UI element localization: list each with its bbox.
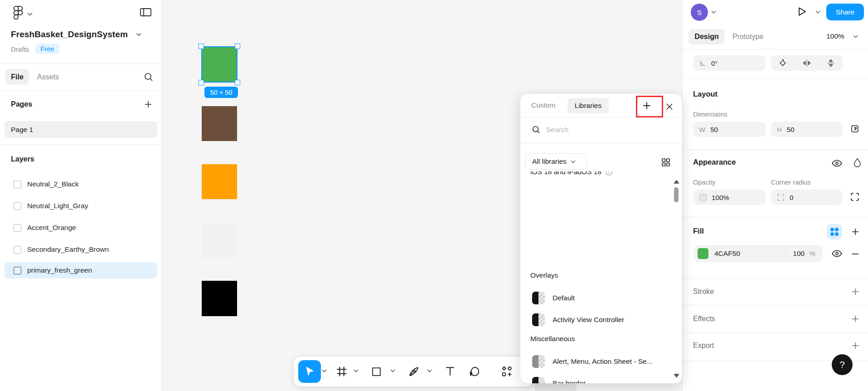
- avatar[interactable]: S: [691, 4, 708, 21]
- library-item-alert-menu-action-sheet[interactable]: Alert, Menu, Action Sheet - Se...: [532, 355, 653, 368]
- present-chevron-icon[interactable]: [815, 10, 820, 14]
- info-icon: [605, 171, 613, 176]
- fill-color-swatch[interactable]: [698, 248, 708, 259]
- tab-assets[interactable]: Assets: [37, 73, 59, 81]
- rectangle-layer-icon: [14, 267, 21, 274]
- library-section-miscellaneous: Miscellaneous: [530, 335, 575, 343]
- effects-section-title: Effects: [693, 315, 715, 323]
- eye-icon[interactable]: [831, 158, 843, 168]
- share-button[interactable]: Share: [826, 4, 864, 20]
- fill-hex-value: 4CAF50: [714, 249, 740, 258]
- chevron-down-icon[interactable]: [136, 33, 141, 36]
- layer-item-secondary-earthy-brown[interactable]: Secondary_Earthy_Brown: [5, 241, 157, 258]
- add-page-icon[interactable]: [144, 100, 152, 108]
- layer-item-neutral-2-black[interactable]: Neutral_2_Black: [5, 176, 157, 192]
- tab-libraries[interactable]: Libraries: [567, 98, 609, 113]
- comment-tool-button[interactable]: [469, 366, 480, 377]
- width-label: W: [699, 126, 705, 133]
- library-search-input[interactable]: Search: [546, 126, 568, 134]
- layer-label: Neutral_Light_Gray: [27, 202, 88, 210]
- rectangle-layer-icon: [14, 202, 21, 210]
- remove-fill-minus-icon[interactable]: [851, 249, 860, 259]
- tab-custom[interactable]: Custom: [531, 101, 555, 109]
- library-item-bar-border[interactable]: Bar border: [532, 377, 586, 383]
- opacity-input[interactable]: 100%: [693, 190, 766, 205]
- selection-handle-tr[interactable]: [235, 44, 240, 49]
- appearance-section-title: Appearance: [693, 158, 736, 166]
- library-item-activity-view-controller[interactable]: Activity View Controller: [532, 313, 624, 326]
- library-item-default[interactable]: Default: [532, 292, 575, 304]
- library-list[interactable]: iOS 18 and iPadOS 18 Overlays Default Ac…: [520, 171, 682, 383]
- layer-item-neutral-light-gray[interactable]: Neutral_Light_Gray: [5, 198, 157, 214]
- add-export-icon[interactable]: [851, 341, 860, 350]
- figma-logo-icon[interactable]: [13, 5, 24, 21]
- cursor-icon: [304, 366, 315, 377]
- figma-app: 50 × 50 FreshBasket_DesignSystem Drafts …: [0, 0, 868, 391]
- zoom-chevron-icon[interactable]: [853, 35, 858, 38]
- scrollbar-thumb[interactable]: [674, 187, 679, 202]
- layer-item-accent-orange[interactable]: Accent_Orange: [5, 220, 157, 236]
- height-input[interactable]: H 50: [771, 122, 843, 137]
- independent-corners-icon[interactable]: [850, 192, 859, 201]
- help-button[interactable]: ?: [832, 354, 853, 375]
- add-stroke-icon[interactable]: [851, 287, 860, 296]
- page-item-page1[interactable]: Page 1: [5, 121, 157, 138]
- constrain-proportions-icon[interactable]: [850, 124, 860, 134]
- scrollbar-down-icon[interactable]: [673, 373, 680, 378]
- layer-label: Secondary_Earthy_Brown: [27, 245, 109, 254]
- export-section-title: Export: [693, 342, 714, 350]
- selection-handle-br[interactable]: [235, 80, 240, 85]
- canvas-square-black[interactable]: [202, 281, 237, 316]
- file-title[interactable]: FreshBasket_DesignSystem: [11, 29, 128, 39]
- library-filter-dropdown[interactable]: All libraries: [525, 153, 587, 170]
- tab-file[interactable]: File: [5, 69, 29, 85]
- present-play-icon[interactable]: [796, 5, 808, 18]
- pen-tool-button[interactable]: [407, 365, 420, 378]
- pen-tool-chevron-icon[interactable]: [427, 369, 432, 372]
- grid-view-icon[interactable]: [661, 157, 671, 167]
- close-modal-button[interactable]: [664, 102, 674, 112]
- shape-tool-button[interactable]: [371, 366, 382, 377]
- shape-tool-chevron-icon[interactable]: [390, 369, 395, 372]
- apply-styles-icon[interactable]: [827, 224, 842, 239]
- fill-percent-sign: %: [809, 249, 815, 258]
- layer-item-primary-fresh-green[interactable]: primary_fresh_green: [5, 262, 157, 279]
- selection-handle-bl[interactable]: [199, 80, 204, 85]
- corner-radius-input[interactable]: 0: [771, 190, 843, 205]
- panel-toggle-icon[interactable]: [140, 7, 152, 17]
- frame-tool-chevron-icon[interactable]: [354, 369, 359, 372]
- tab-design[interactable]: Design: [689, 29, 725, 44]
- layer-label: Neutral_2_Black: [27, 180, 79, 188]
- text-tool-button[interactable]: [444, 366, 456, 377]
- search-icon[interactable]: [144, 72, 154, 82]
- rotation-input[interactable]: 0°: [693, 55, 766, 71]
- scrollbar-up-icon[interactable]: [673, 179, 680, 184]
- actions-tool-button[interactable]: [500, 365, 513, 378]
- chevron-down-icon[interactable]: [27, 12, 33, 16]
- canvas-square-brown[interactable]: [202, 106, 237, 141]
- breadcrumb-drafts[interactable]: Drafts: [11, 45, 29, 53]
- selection-handle-tl[interactable]: [199, 44, 204, 49]
- avatar-chevron-icon[interactable]: [711, 10, 716, 14]
- blend-drop-icon[interactable]: [853, 157, 862, 168]
- tab-prototype[interactable]: Prototype: [732, 33, 763, 41]
- stroke-section-title: Stroke: [693, 288, 714, 296]
- width-input[interactable]: W 50: [693, 122, 766, 137]
- add-fill-icon[interactable]: [851, 227, 860, 236]
- flip-horizontal-button[interactable]: [795, 55, 819, 71]
- rotate-button[interactable]: [771, 55, 795, 71]
- fill-color-row[interactable]: 4CAF50 100 %: [694, 245, 823, 262]
- corner-radius-icon: [777, 194, 785, 201]
- plan-badge[interactable]: Free: [35, 44, 59, 54]
- annotation-highlight-box: [636, 96, 663, 117]
- move-tool-chevron-icon[interactable]: [322, 369, 327, 372]
- canvas-square-orange[interactable]: [202, 164, 237, 199]
- selection-size-badge: 50 × 50: [204, 87, 238, 98]
- add-effect-icon[interactable]: [851, 314, 860, 323]
- frame-tool-button[interactable]: [335, 365, 348, 378]
- canvas-square-lightgray[interactable]: [202, 223, 237, 258]
- flip-vertical-button[interactable]: [819, 55, 843, 71]
- zoom-level[interactable]: 100%: [826, 32, 844, 40]
- move-tool-button[interactable]: [298, 360, 321, 383]
- fill-visibility-eye-icon[interactable]: [831, 249, 843, 259]
